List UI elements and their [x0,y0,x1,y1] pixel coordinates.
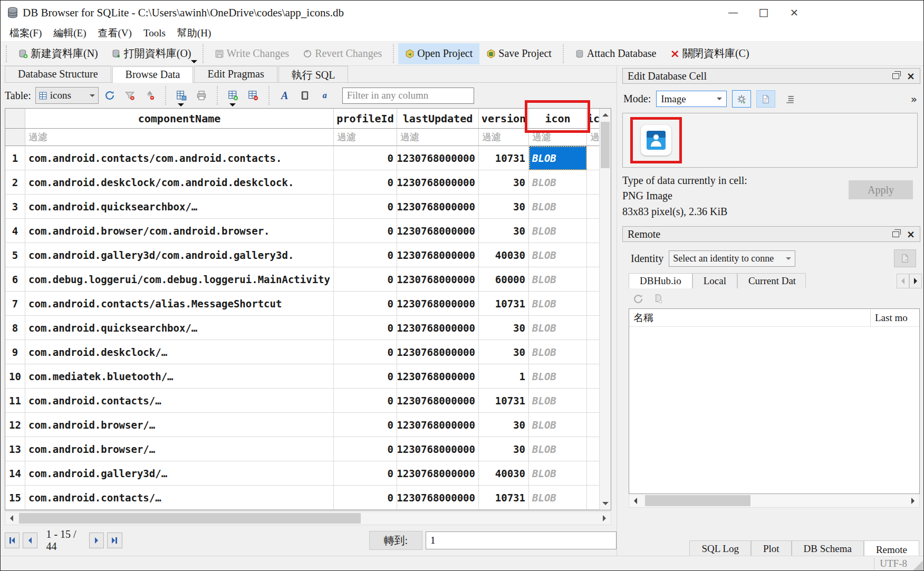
scroll-right-icon[interactable] [907,495,919,507]
cell-profileId[interactable]: 0 [334,170,397,195]
cell-partial[interactable] [587,243,600,267]
table-row[interactable]: 7 com.android.contacts/alias.MessageShor… [5,292,611,316]
table-row[interactable]: 14 com.android.gallery3d/… 0 12307680000… [5,461,611,486]
close-database-button[interactable]: × 關閉資料庫(C) [663,43,756,64]
cell-partial[interactable] [587,389,600,413]
cell-lastUpdated[interactable]: 1230768000000 [397,267,479,292]
cell-partial[interactable] [587,364,600,389]
undock-icon[interactable] [892,231,899,237]
scroll-down-icon[interactable] [600,497,611,510]
tab-browse-data[interactable]: Browse Data [112,66,194,83]
cell-profileId[interactable]: 0 [334,461,397,486]
cell-componentName[interactable]: com.android.browser/com.android.browser. [25,219,334,243]
cell-profileId[interactable]: 0 [334,219,397,243]
export-data-button[interactable] [756,90,775,108]
cell-componentName[interactable]: com.android.quicksearchbox/… [25,195,334,219]
tab-scroll-left-icon[interactable] [897,274,909,288]
table-row[interactable]: 15 com.android.contacts/… 0 123076800000… [5,486,611,510]
apply-button[interactable]: Apply [849,180,913,199]
cell-lastUpdated[interactable]: 1230768000000 [397,389,479,413]
previous-record-button[interactable] [23,533,37,548]
cell-lastUpdated[interactable]: 1230768000000 [397,413,479,437]
cell-icon-blob[interactable]: BLOB [529,316,587,340]
table-row[interactable]: 10 com.mediatek.bluetooth/… 0 1230768000… [5,364,611,389]
menu-edit[interactable]: 編輯(E) [47,25,92,42]
cell-componentName[interactable]: com.mediatek.bluetooth/… [25,364,334,389]
cell-profileId[interactable]: 0 [334,267,397,292]
cell-icon-blob[interactable]: BLOB [529,243,587,267]
table-row[interactable]: 6 com.debug.loggerui/com.debug.loggerui.… [5,267,611,292]
table-select[interactable]: icons [35,87,99,104]
cell-componentName[interactable]: com.android.gallery3d/com.android.galler… [25,243,334,267]
scroll-right-icon[interactable] [598,512,611,525]
cell-partial[interactable] [587,170,600,195]
maximize-button[interactable]: □ [748,1,779,24]
import-data-button[interactable] [732,90,751,108]
cell-partial[interactable] [587,267,600,292]
save-results-button[interactable] [172,86,190,104]
cell-profileId[interactable]: 0 [334,146,397,170]
cell-componentName[interactable]: com.android.gallery3d/… [25,461,334,486]
cell-componentName[interactable]: com.android.contacts/com.android.contact… [25,146,334,170]
table-row[interactable]: 8 com.android.quicksearchbox/… 0 1230768… [5,316,611,340]
refresh-button[interactable] [101,86,119,104]
cell-version[interactable]: 40030 [479,461,529,486]
scroll-left-icon[interactable] [629,495,642,507]
cell-partial[interactable] [587,461,600,486]
cell-partial[interactable] [587,486,600,510]
cell-lastUpdated[interactable]: 1230768000000 [397,316,479,340]
horizontal-scrollbar-thumb[interactable] [19,513,361,524]
resize-grip-icon[interactable] [912,560,923,571]
cell-componentName[interactable]: com.android.contacts/… [25,389,334,413]
cell-icon-blob[interactable]: BLOB [529,486,587,510]
cell-profileId[interactable]: 0 [334,316,397,340]
cell-profileId[interactable]: 0 [334,292,397,316]
minimize-button[interactable]: — [718,1,748,24]
first-record-button[interactable] [5,533,20,548]
cell-version[interactable]: 30 [479,340,529,364]
cell-lastUpdated[interactable]: 1230768000000 [397,364,479,389]
cell-profileId[interactable]: 0 [334,389,397,413]
tab-database-structure[interactable]: Database Structure [5,66,111,82]
delete-record-button[interactable] [244,86,262,104]
column-header-partial[interactable]: ic [587,109,600,129]
cell-partial[interactable] [587,146,600,170]
cell-profileId[interactable]: 0 [334,364,397,389]
tab-execute-sql[interactable]: 執行 SQL [278,66,349,82]
cell-icon-blob[interactable]: BLOB [529,413,587,437]
column-header-profileId[interactable]: profileId [334,109,397,129]
insert-record-dropdown-caret[interactable] [229,103,236,107]
cell-version[interactable]: 30 [479,195,529,219]
cell-icon-blob[interactable]: BLOB [529,437,587,461]
filter-componentName[interactable]: 過濾 [25,129,334,146]
cell-version[interactable]: 10731 [479,292,529,316]
cell-version[interactable]: 30 [479,170,529,195]
cell-version[interactable]: 10731 [479,146,529,170]
identity-select[interactable]: Select an identity to conne [669,250,795,267]
cell-componentName[interactable]: com.android.quicksearchbox/… [25,316,334,340]
cell-icon-blob[interactable]: BLOB [529,292,587,316]
remote-column-name[interactable]: 名稱 [629,309,871,326]
cell-icon-blob[interactable]: BLOB [529,364,587,389]
open-project-button[interactable]: Open Project [398,43,479,64]
table-row[interactable]: 11 com.android.contacts/… 0 123076800000… [5,389,611,413]
cell-partial[interactable] [587,195,600,219]
cell-icon-blob[interactable]: BLOB [529,389,587,413]
menu-tools[interactable]: Tools [138,26,171,41]
notebook-icon[interactable] [296,86,314,104]
cell-icon-blob[interactable]: BLOB [529,219,587,243]
encoding-label[interactable]: UTF-8 [874,558,912,569]
cell-partial[interactable] [587,413,600,437]
cell-version[interactable]: 30 [479,437,529,461]
remote-scrollbar-thumb[interactable] [645,495,750,506]
cell-profileId[interactable]: 0 [334,486,397,510]
table-row[interactable]: 5 com.android.gallery3d/com.android.gall… [5,243,611,267]
undock-icon[interactable] [892,73,899,79]
cell-profileId[interactable]: 0 [334,243,397,267]
cell-lastUpdated[interactable]: 1230768000000 [397,486,479,510]
cell-icon-blob[interactable]: BLOB [529,340,587,364]
cell-profileId[interactable]: 0 [334,195,397,219]
cell-componentName[interactable]: com.debug.loggerui/com.debug.loggerui.Ma… [25,267,334,292]
new-database-button[interactable]: 新建資料庫(N) [12,43,105,64]
cell-partial[interactable] [587,219,600,243]
